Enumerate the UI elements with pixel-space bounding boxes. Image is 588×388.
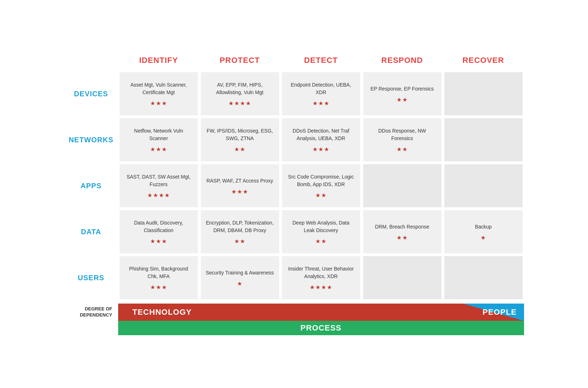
process-spacer: [64, 321, 118, 338]
header-detect: DETECT: [281, 50, 362, 71]
bar-container: TECHNOLOGY PEOPLE: [118, 304, 524, 321]
row-label-devices: DEVICES: [64, 71, 118, 117]
stars: ★★: [397, 145, 408, 154]
cell-text: DRM, Breach Response: [375, 223, 429, 231]
cell-networks-respond: DDos Response, NW Forensics ★★: [363, 118, 441, 161]
cell-data-recover: Backup ★: [444, 210, 523, 253]
stars: ★★★★: [147, 191, 170, 200]
stars: ★★: [315, 237, 327, 246]
header-identify: IDENTIFY: [118, 50, 199, 71]
header-recover: RECOVER: [443, 50, 524, 71]
cell-data-respond: DRM, Breach Response ★★: [363, 210, 441, 253]
cell-apps-protect: RASP, WAF, ZT Access Proxy ★★★: [201, 164, 279, 207]
dependency-row: DEGREE OF DEPENDENCY TECHNOLOGY PEOPLE: [64, 304, 524, 321]
stars: ★★★: [312, 145, 330, 154]
cell-text: DDoS Detection, Net Traf Analysis, UEBA,…: [287, 127, 355, 142]
stars: ★★: [397, 96, 408, 104]
cell-text: Src Code Compromise, Logic Bomb, App IDS…: [287, 173, 355, 188]
process-row: PROCESS: [64, 321, 524, 338]
stars: ★★: [315, 191, 327, 200]
stars: ★★★: [150, 283, 167, 292]
main-container: IDENTIFY PROTECT DETECT RESPOND RECOVER …: [43, 36, 546, 352]
cell-text: Security Training & Awareness: [206, 269, 274, 277]
cell-text: Data Audit, Discovery, Classification: [125, 219, 193, 234]
cell-devices-protect: AV, EPP, FIM, HIPS, Allowlisting, Vuln M…: [201, 72, 279, 115]
row-label-users: USERS: [64, 255, 118, 301]
tech-bar: TECHNOLOGY PEOPLE: [118, 304, 524, 321]
cell-data-identify: Data Audit, Discovery, Classification ★★…: [120, 210, 198, 253]
cell-networks-detect: DDoS Detection, Net Traf Analysis, UEBA,…: [282, 118, 360, 161]
cell-users-protect: Security Training & Awareness ★: [201, 256, 279, 299]
header-protect: PROTECT: [199, 50, 281, 71]
stars: ★★★: [231, 188, 249, 196]
cell-text: AV, EPP, FIM, HIPS, Allowlisting, Vuln M…: [206, 81, 274, 96]
cell-devices-respond: EP Response, EP Forensics ★★: [363, 72, 441, 115]
cell-users-detect: Insider Threat, User Behavior Analytics,…: [282, 256, 360, 299]
stars: ★: [237, 280, 243, 288]
cell-apps-detect: Src Code Compromise, Logic Bomb, App IDS…: [282, 164, 360, 207]
cell-networks-recover: [444, 118, 523, 161]
cell-text: DDos Response, NW Forensics: [368, 127, 436, 142]
corner-cell: [64, 50, 118, 71]
cell-text: FW, IPS/IDS, Microseg, ESG, SWG, ZTNA: [206, 127, 274, 142]
cell-apps-respond: [363, 164, 441, 207]
header-respond: RESPOND: [362, 50, 443, 71]
cell-text: RASP, WAF, ZT Access Proxy: [207, 177, 273, 185]
cell-text: Backup: [475, 223, 492, 231]
cell-devices-recover: [444, 72, 523, 115]
cell-text: Phishing Sim, Background Chk, MFA: [125, 265, 193, 280]
cell-text: Insider Threat, User Behavior Analytics,…: [287, 265, 355, 280]
row-label-apps: APPS: [64, 163, 118, 209]
cell-users-recover: [444, 256, 523, 299]
process-bar: PROCESS: [118, 321, 524, 335]
dependency-label: DEGREE OF DEPENDENCY: [64, 304, 118, 321]
cell-networks-protect: FW, IPS/IDS, Microseg, ESG, SWG, ZTNA ★★: [201, 118, 279, 161]
cell-text: EP Response, EP Forensics: [370, 85, 434, 93]
cell-devices-detect: Endpoint Detection, UEBA, XDR ★★★: [282, 72, 360, 115]
cell-devices-identify: Asset Mgt, Vuln Scanner, Certificate Mgt…: [120, 72, 198, 115]
technology-label: TECHNOLOGY: [133, 308, 192, 317]
cell-apps-identify: SAST, DAST, SW Asset Mgt, Fuzzers ★★★★: [120, 164, 198, 207]
stars: ★★: [397, 234, 408, 242]
stars: ★★★: [150, 99, 167, 108]
stars: ★★★★: [228, 99, 251, 108]
cell-data-detect: Deep Web Analysis, Data Leak Discovery ★…: [282, 210, 360, 253]
bottom-section: DEGREE OF DEPENDENCY TECHNOLOGY PEOPLE P…: [64, 304, 524, 338]
stars: ★★★: [312, 99, 330, 108]
cell-networks-identify: Netflow, Network Vuln Scanner ★★★: [120, 118, 198, 161]
process-label: PROCESS: [300, 323, 342, 333]
stars: ★★★: [150, 145, 167, 154]
cell-users-identify: Phishing Sim, Background Chk, MFA ★★★: [120, 256, 198, 299]
stars: ★★★: [150, 237, 167, 246]
main-grid: IDENTIFY PROTECT DETECT RESPOND RECOVER …: [64, 50, 524, 301]
process-bar-container: PROCESS: [118, 321, 524, 338]
cell-text: SAST, DAST, SW Asset Mgt, Fuzzers: [125, 173, 193, 188]
cell-text: Asset Mgt, Vuln Scanner, Certificate Mgt: [125, 81, 193, 96]
cell-text: Netflow, Network Vuln Scanner: [125, 127, 193, 142]
stars: ★★★★: [310, 283, 333, 292]
cell-text: Endpoint Detection, UEBA, XDR: [287, 81, 355, 96]
cell-text: Encryption, DLP, Tokenization, DRM, DBAM…: [206, 219, 274, 234]
row-label-data: DATA: [64, 209, 118, 255]
cell-data-protect: Encryption, DLP, Tokenization, DRM, DBAM…: [201, 210, 279, 253]
stars: ★★: [234, 145, 246, 154]
cell-apps-recover: [444, 164, 523, 207]
people-label: PEOPLE: [482, 308, 517, 317]
cell-text: Deep Web Analysis, Data Leak Discovery: [287, 219, 355, 234]
cell-users-respond: [363, 256, 441, 299]
stars: ★: [481, 234, 486, 242]
stars: ★★: [234, 237, 246, 246]
row-label-networks: NETWORKS: [64, 117, 118, 163]
